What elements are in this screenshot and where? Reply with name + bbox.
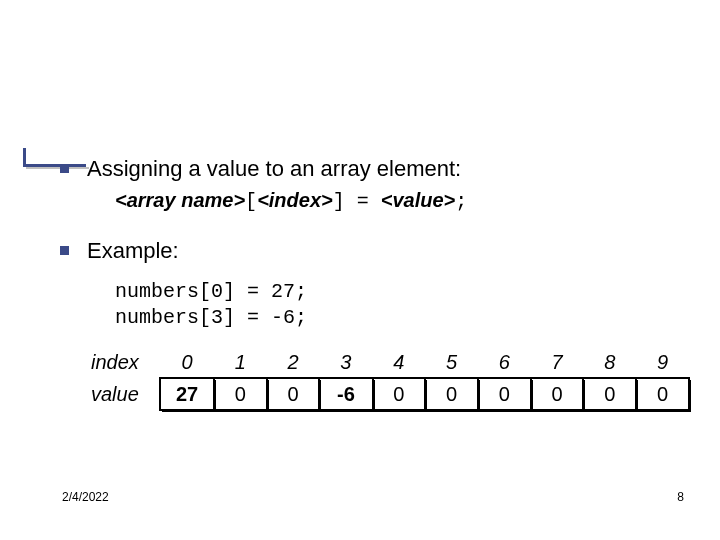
value-cell: 0 xyxy=(636,378,689,410)
footer-page-number: 8 xyxy=(677,490,684,504)
footer-date: 2/4/2022 xyxy=(62,490,109,504)
bullet-1-text: Assigning a value to an array element: xyxy=(87,155,461,183)
value-cell: 0 xyxy=(373,378,426,410)
code-line-1: numbers[0] = 27; xyxy=(115,279,690,305)
index-cell: 5 xyxy=(425,347,478,378)
array-table: index 0 1 2 3 4 5 6 7 8 9 value 27 0 0 -… xyxy=(87,347,690,411)
index-cell: 1 xyxy=(214,347,267,378)
index-row: index 0 1 2 3 4 5 6 7 8 9 xyxy=(87,347,689,378)
index-cell: 6 xyxy=(478,347,531,378)
index-cell: 8 xyxy=(583,347,636,378)
value-row: value 27 0 0 -6 0 0 0 0 0 0 xyxy=(87,378,689,410)
value-cell: 0 xyxy=(531,378,584,410)
index-cell: 7 xyxy=(531,347,584,378)
code-line-2: numbers[3] = -6; xyxy=(115,305,690,331)
index-row-label: index xyxy=(87,347,160,378)
value-cell: -6 xyxy=(319,378,372,410)
index-cell: 4 xyxy=(373,347,426,378)
syntax-semicolon: ; xyxy=(455,190,467,213)
syntax-value: <value> xyxy=(381,189,456,211)
bullet-2: Example: xyxy=(60,237,690,265)
value-cell: 0 xyxy=(267,378,320,410)
square-bullet-icon xyxy=(60,246,69,255)
bullet-2-text: Example: xyxy=(87,237,179,265)
index-cell: 3 xyxy=(319,347,372,378)
index-cell: 0 xyxy=(160,347,214,378)
value-cell: 27 xyxy=(160,378,214,410)
square-bullet-icon xyxy=(60,164,69,173)
bullet-1: Assigning a value to an array element: xyxy=(60,155,690,183)
value-cell: 0 xyxy=(425,378,478,410)
content-area: Assigning a value to an array element: <… xyxy=(60,155,690,411)
syntax-line: <array name>[<index>] = <value>; xyxy=(115,187,690,215)
syntax-bracket-open: [ xyxy=(245,190,257,213)
syntax-index: <index> xyxy=(257,189,333,211)
index-cell: 9 xyxy=(636,347,689,378)
slide: Assigning a value to an array element: <… xyxy=(0,0,720,540)
index-cell: 2 xyxy=(267,347,320,378)
value-row-label: value xyxy=(87,378,160,410)
value-cell: 0 xyxy=(214,378,267,410)
value-cell: 0 xyxy=(583,378,636,410)
syntax-bracket-close-eq: ] = xyxy=(333,190,381,213)
value-cell: 0 xyxy=(478,378,531,410)
syntax-array-name: <array name> xyxy=(115,189,245,211)
